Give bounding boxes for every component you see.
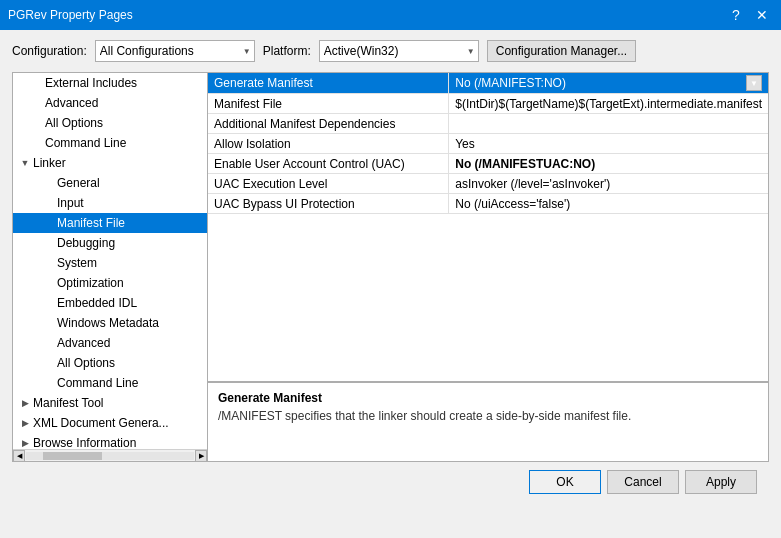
prop-value-2[interactable] [449,114,768,134]
description-panel: Generate Manifest /MANIFEST specifies th… [208,381,768,461]
expand-icon-linker[interactable]: ▼ [17,155,33,171]
props-row-6[interactable]: UAC Bypass UI ProtectionNo (/uiAccess='f… [208,194,768,214]
tree-item-label-advanced-1: Advanced [45,96,98,110]
tree-item-system[interactable]: System [13,253,207,273]
prop-name-4: Enable User Account Control (UAC) [208,154,449,174]
title-bar-controls: ? ✕ [725,4,773,26]
prop-name-6: UAC Bypass UI Protection [208,194,449,214]
tree-item-manifest-tool[interactable]: ▶Manifest Tool [13,393,207,413]
config-row: Configuration: All Configurations ▼ Plat… [12,40,769,62]
tree-scroll-area[interactable]: External IncludesAdvancedAll OptionsComm… [13,73,207,449]
tree-item-windows-metadata[interactable]: Windows Metadata [13,313,207,333]
platform-select[interactable]: Active(Win32) [319,40,479,62]
prop-name-0: Generate Manifest [208,73,449,94]
props-table[interactable]: Generate ManifestNo (/MANIFEST:NO)▼Manif… [208,73,768,381]
hscroll-left-btn[interactable]: ◀ [13,450,25,462]
props-row-1[interactable]: Manifest File$(IntDir)$(TargetName)$(Tar… [208,94,768,114]
bottom-bar: OK Cancel Apply [12,462,769,502]
tree-item-label-embedded-idl: Embedded IDL [57,296,137,310]
expand-icon-all-options-1 [29,115,45,131]
tree-item-label-debugging: Debugging [57,236,115,250]
platform-select-wrapper[interactable]: Active(Win32) ▼ [319,40,479,62]
tree-item-optimization[interactable]: Optimization [13,273,207,293]
config-manager-button[interactable]: Configuration Manager... [487,40,636,62]
expand-icon-debugging [41,235,57,251]
main-content: External IncludesAdvancedAll OptionsComm… [12,72,769,462]
tree-item-general[interactable]: General [13,173,207,193]
tree-item-all-options-2[interactable]: All Options [13,353,207,373]
tree-item-command-line-1[interactable]: Command Line [13,133,207,153]
tree-item-advanced-2[interactable]: Advanced [13,333,207,353]
prop-value-0[interactable]: No (/MANIFEST:NO)▼ [449,73,768,94]
tree-panel: External IncludesAdvancedAll OptionsComm… [13,73,208,461]
tree-item-command-line-2[interactable]: Command Line [13,373,207,393]
prop-value-4[interactable]: No (/MANIFESTUAC:NO) [449,154,768,174]
prop-value-6[interactable]: No (/uiAccess='false') [449,194,768,214]
prop-dropdown-arrow-0[interactable]: ▼ [746,75,762,91]
tree-item-label-all-options-2: All Options [57,356,115,370]
expand-icon-manifest-tool[interactable]: ▶ [17,395,33,411]
expand-icon-external-includes [29,75,45,91]
cancel-button[interactable]: Cancel [607,470,679,494]
tree-item-linker[interactable]: ▼Linker [13,153,207,173]
tree-item-label-optimization: Optimization [57,276,124,290]
expand-icon-general [41,175,57,191]
tree-item-label-system: System [57,256,97,270]
tree-item-all-options-1[interactable]: All Options [13,113,207,133]
tree-item-advanced-1[interactable]: Advanced [13,93,207,113]
expand-icon-xml-document[interactable]: ▶ [17,415,33,431]
props-row-2[interactable]: Additional Manifest Dependencies [208,114,768,134]
tree-item-manifest-file[interactable]: Manifest File [13,213,207,233]
props-row-4[interactable]: Enable User Account Control (UAC)No (/MA… [208,154,768,174]
expand-icon-command-line-1 [29,135,45,151]
expand-icon-system [41,255,57,271]
tree-item-label-browse-information: Browse Information [33,436,136,449]
tree-item-label-manifest-tool: Manifest Tool [33,396,103,410]
expand-icon-input [41,195,57,211]
tree-item-external-includes[interactable]: External Includes [13,73,207,93]
prop-value-1[interactable]: $(IntDir)$(TargetName)$(TargetExt).inter… [449,94,768,114]
tree-item-label-manifest-file: Manifest File [57,216,125,230]
expand-icon-browse-information[interactable]: ▶ [17,435,33,449]
tree-item-browse-information[interactable]: ▶Browse Information [13,433,207,449]
prop-dropdown-wrapper-0: No (/MANIFEST:NO)▼ [455,75,762,91]
config-select-wrapper[interactable]: All Configurations ▼ [95,40,255,62]
expand-icon-embedded-idl [41,295,57,311]
hscroll-right-btn[interactable]: ▶ [195,450,207,462]
prop-dropdown-value-0: No (/MANIFEST:NO) [455,76,566,90]
dialog-title: PGRev Property Pages [8,8,133,22]
props-row-3[interactable]: Allow IsolationYes [208,134,768,154]
prop-value-3[interactable]: Yes [449,134,768,154]
tree-item-debugging[interactable]: Debugging [13,233,207,253]
hscroll-thumb[interactable] [43,452,102,460]
description-title: Generate Manifest [218,391,758,405]
tree-item-input[interactable]: Input [13,193,207,213]
props-row-0[interactable]: Generate ManifestNo (/MANIFEST:NO)▼ [208,73,768,94]
tree-item-label-command-line-2: Command Line [57,376,138,390]
expand-icon-optimization [41,275,57,291]
tree-item-label-all-options-1: All Options [45,116,103,130]
apply-button[interactable]: Apply [685,470,757,494]
prop-value-5[interactable]: asInvoker (/level='asInvoker') [449,174,768,194]
close-button[interactable]: ✕ [751,4,773,26]
tree-item-xml-document[interactable]: ▶XML Document Genera... [13,413,207,433]
hscroll-track[interactable] [26,452,194,460]
props-panel: Generate ManifestNo (/MANIFEST:NO)▼Manif… [208,73,768,461]
config-label: Configuration: [12,44,87,58]
tree-horizontal-scroll[interactable]: ◀ ▶ [13,449,207,461]
tree-item-label-input: Input [57,196,84,210]
tree-item-label-general: General [57,176,100,190]
title-bar: PGRev Property Pages ? ✕ [0,0,781,30]
help-button[interactable]: ? [725,4,747,26]
expand-icon-manifest-file [41,215,57,231]
config-select[interactable]: All Configurations [95,40,255,62]
tree-item-embedded-idl[interactable]: Embedded IDL [13,293,207,313]
description-text: /MANIFEST specifies that the linker shou… [218,409,758,423]
expand-icon-advanced-2 [41,335,57,351]
expand-icon-all-options-2 [41,355,57,371]
expand-icon-command-line-2 [41,375,57,391]
prop-name-2: Additional Manifest Dependencies [208,114,449,134]
ok-button[interactable]: OK [529,470,601,494]
tree-item-label-advanced-2: Advanced [57,336,110,350]
props-row-5[interactable]: UAC Execution LevelasInvoker (/level='as… [208,174,768,194]
